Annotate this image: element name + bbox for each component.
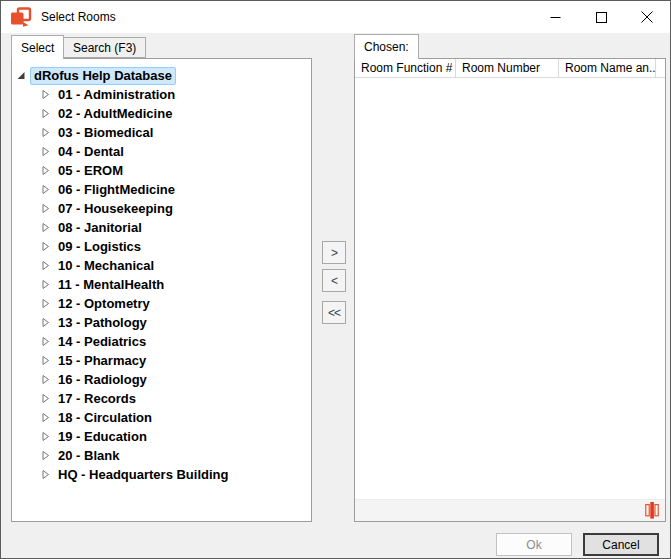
tree-item-label: 16 - Radiology [58, 372, 147, 387]
tree-item[interactable]: 06 - FlightMedicine [12, 180, 311, 199]
tab-chosen[interactable]: Chosen: [354, 34, 419, 59]
chevron-collapsed-icon[interactable] [40, 355, 51, 366]
chevron-collapsed-icon[interactable] [40, 127, 51, 138]
tree-children: 01 - Administration 02 - AdultMedicine [12, 85, 311, 484]
chevron-collapsed-icon[interactable] [40, 108, 51, 119]
tree-item[interactable]: 02 - AdultMedicine [12, 104, 311, 123]
tree-item-label: HQ - Headquarters Building [58, 467, 228, 482]
maximize-button[interactable] [578, 1, 624, 33]
column-header-room-number[interactable]: Room Number [456, 59, 559, 77]
tree-item[interactable]: 11 - MentalHealth [12, 275, 311, 294]
select-rooms-dialog: Select Rooms Select Search (F3) dRofus H… [0, 0, 671, 559]
tree-item-label: 12 - Optometry [58, 296, 150, 311]
chevron-collapsed-icon[interactable] [40, 89, 51, 100]
remove-button[interactable]: < [322, 269, 346, 292]
tree-item[interactable]: 08 - Janitorial [12, 218, 311, 237]
add-button[interactable]: > [322, 241, 346, 264]
chevron-collapsed-icon[interactable] [40, 317, 51, 328]
tree-item-label: 20 - Blank [58, 448, 119, 463]
tree-root-item[interactable]: dRofus Help Database [12, 66, 311, 85]
close-icon [641, 11, 653, 23]
window-title: Select Rooms [41, 10, 116, 24]
close-button[interactable] [624, 1, 670, 33]
window-controls [532, 1, 670, 33]
tree-item[interactable]: 15 - Pharmacy [12, 351, 311, 370]
chevron-collapsed-icon[interactable] [40, 431, 51, 442]
chevron-collapsed-icon[interactable] [40, 393, 51, 404]
room-function-tree[interactable]: dRofus Help Database 01 - Administration [11, 58, 312, 522]
titlebar: Select Rooms [1, 1, 670, 33]
column-chooser-icon[interactable] [645, 501, 659, 520]
tree-item[interactable]: 17 - Records [12, 389, 311, 408]
tree-root-label: dRofus Help Database [30, 67, 176, 85]
chevron-collapsed-icon[interactable] [40, 203, 51, 214]
tab-select[interactable]: Select [11, 35, 64, 59]
tree-item[interactable]: 12 - Optometry [12, 294, 311, 313]
chevron-collapsed-icon[interactable] [40, 165, 51, 176]
tree-item-label: 08 - Janitorial [58, 220, 142, 235]
tree-item[interactable]: 19 - Education [12, 427, 311, 446]
tree-item[interactable]: 18 - Circulation [12, 408, 311, 427]
tree-item-label: 18 - Circulation [58, 410, 152, 425]
tree-item[interactable]: 07 - Housekeeping [12, 199, 311, 218]
cancel-button[interactable]: Cancel [583, 533, 659, 556]
chevron-expanded-icon[interactable] [16, 70, 27, 81]
minimize-button[interactable] [532, 1, 578, 33]
chevron-collapsed-icon[interactable] [40, 241, 51, 252]
tree-item-label: 10 - Mechanical [58, 258, 154, 273]
tree-item-label: 01 - Administration [58, 87, 175, 102]
remove-all-button[interactable]: << [322, 301, 346, 324]
tab-search-f3[interactable]: Search (F3) [63, 37, 146, 58]
tree-item[interactable]: 01 - Administration [12, 85, 311, 104]
tree-item-label: 07 - Housekeeping [58, 201, 173, 216]
tree-item[interactable]: 03 - Biomedical [12, 123, 311, 142]
chevron-collapsed-icon[interactable] [40, 222, 51, 233]
tree-item-label: 13 - Pathology [58, 315, 147, 330]
tree-item-label: 02 - AdultMedicine [58, 106, 172, 121]
tree-item[interactable]: 14 - Pediatrics [12, 332, 311, 351]
chosen-rooms-panel: Room Function # Room Number Room Name an… [354, 58, 666, 522]
tree-item[interactable]: HQ - Headquarters Building [12, 465, 311, 484]
chevron-collapsed-icon[interactable] [40, 146, 51, 157]
chevron-collapsed-icon[interactable] [40, 412, 51, 423]
chevron-collapsed-icon[interactable] [40, 450, 51, 461]
chevron-collapsed-icon[interactable] [40, 469, 51, 480]
tree-item-label: 04 - Dental [58, 144, 124, 159]
chevron-collapsed-icon[interactable] [40, 374, 51, 385]
chosen-grid-header: Room Function # Room Number Room Name an… [355, 59, 665, 78]
minimize-icon [550, 12, 561, 23]
ok-button[interactable]: Ok [496, 533, 572, 556]
chevron-collapsed-icon[interactable] [40, 298, 51, 309]
chosen-footer [355, 499, 665, 521]
tree-item-label: 09 - Logistics [58, 239, 141, 254]
column-header-room-name[interactable]: Room Name an... [559, 59, 656, 77]
tree-item-label: 03 - Biomedical [58, 125, 153, 140]
tree-item-label: 19 - Education [58, 429, 147, 444]
maximize-icon [596, 12, 607, 23]
tree-item[interactable]: 09 - Logistics [12, 237, 311, 256]
chosen-grid-body[interactable] [355, 78, 665, 499]
tree-item-label: 05 - EROM [58, 163, 123, 178]
chevron-collapsed-icon[interactable] [40, 279, 51, 290]
tree-item[interactable]: 05 - EROM [12, 161, 311, 180]
tree-item-label: 15 - Pharmacy [58, 353, 146, 368]
tree-item-label: 06 - FlightMedicine [58, 182, 175, 197]
tree-item-label: 17 - Records [58, 391, 136, 406]
tree-item[interactable]: 10 - Mechanical [12, 256, 311, 275]
tree-item[interactable]: 13 - Pathology [12, 313, 311, 332]
tree-item-label: 11 - MentalHealth [58, 277, 164, 292]
drofus-logo-icon [10, 7, 32, 28]
tree-item[interactable]: 20 - Blank [12, 446, 311, 465]
tree-item[interactable]: 04 - Dental [12, 142, 311, 161]
chevron-collapsed-icon[interactable] [40, 336, 51, 347]
tree-item[interactable]: 16 - Radiology [12, 370, 311, 389]
chevron-collapsed-icon[interactable] [40, 184, 51, 195]
tree-item-label: 14 - Pediatrics [58, 334, 146, 349]
client-area: Select Search (F3) dRofus Help Database … [1, 33, 670, 558]
chevron-collapsed-icon[interactable] [40, 260, 51, 271]
column-header-room-function[interactable]: Room Function # [355, 59, 456, 77]
